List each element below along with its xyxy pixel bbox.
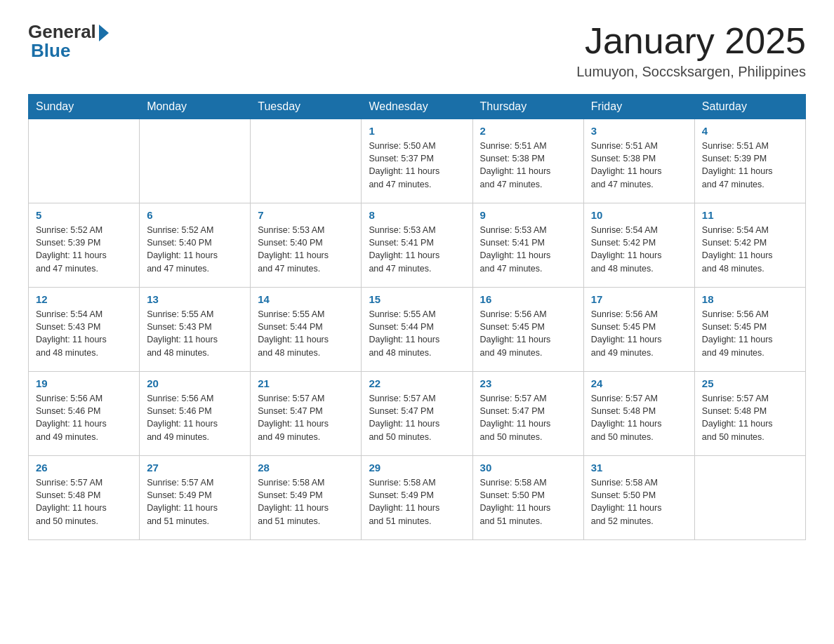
calendar-table: SundayMondayTuesdayWednesdayThursdayFrid… bbox=[28, 94, 806, 540]
day-info: Sunrise: 5:58 AMSunset: 5:50 PMDaylight:… bbox=[480, 476, 576, 528]
calendar-cell: 6Sunrise: 5:52 AMSunset: 5:40 PMDaylight… bbox=[140, 203, 251, 288]
day-number: 16 bbox=[480, 293, 576, 305]
day-number: 28 bbox=[258, 462, 354, 474]
day-number: 17 bbox=[591, 293, 687, 305]
calendar-cell: 2Sunrise: 5:51 AMSunset: 5:38 PMDaylight… bbox=[472, 119, 583, 203]
page-header: General Blue January 2025 Lumuyon, Soccs… bbox=[28, 21, 806, 80]
calendar-cell: 9Sunrise: 5:53 AMSunset: 5:41 PMDaylight… bbox=[472, 203, 583, 288]
day-info: Sunrise: 5:57 AMSunset: 5:48 PMDaylight:… bbox=[591, 392, 687, 443]
day-info: Sunrise: 5:58 AMSunset: 5:49 PMDaylight:… bbox=[258, 476, 354, 528]
day-info: Sunrise: 5:54 AMSunset: 5:43 PMDaylight:… bbox=[36, 308, 132, 359]
day-number: 4 bbox=[702, 125, 798, 137]
calendar-cell bbox=[694, 456, 805, 540]
calendar-cell bbox=[140, 119, 251, 203]
day-info: Sunrise: 5:56 AMSunset: 5:46 PMDaylight:… bbox=[36, 392, 132, 443]
calendar-cell: 14Sunrise: 5:55 AMSunset: 5:44 PMDayligh… bbox=[251, 288, 362, 372]
day-info: Sunrise: 5:56 AMSunset: 5:45 PMDaylight:… bbox=[480, 308, 576, 359]
day-number: 10 bbox=[591, 209, 687, 221]
calendar-cell: 27Sunrise: 5:57 AMSunset: 5:49 PMDayligh… bbox=[140, 456, 251, 540]
calendar-cell: 3Sunrise: 5:51 AMSunset: 5:38 PMDaylight… bbox=[583, 119, 694, 203]
title-block: January 2025 Lumuyon, Soccsksargen, Phil… bbox=[576, 21, 806, 80]
day-info: Sunrise: 5:53 AMSunset: 5:41 PMDaylight:… bbox=[480, 224, 576, 275]
week-row-4: 19Sunrise: 5:56 AMSunset: 5:46 PMDayligh… bbox=[29, 372, 806, 456]
day-info: Sunrise: 5:57 AMSunset: 5:47 PMDaylight:… bbox=[258, 392, 354, 443]
day-number: 9 bbox=[480, 209, 576, 221]
calendar-cell: 18Sunrise: 5:56 AMSunset: 5:45 PMDayligh… bbox=[694, 288, 805, 372]
calendar-cell: 21Sunrise: 5:57 AMSunset: 5:47 PMDayligh… bbox=[251, 372, 362, 456]
calendar-cell: 19Sunrise: 5:56 AMSunset: 5:46 PMDayligh… bbox=[29, 372, 140, 456]
day-number: 29 bbox=[369, 462, 465, 474]
day-info: Sunrise: 5:51 AMSunset: 5:38 PMDaylight:… bbox=[480, 140, 576, 191]
weekday-header-thursday: Thursday bbox=[472, 95, 583, 119]
calendar-cell: 1Sunrise: 5:50 AMSunset: 5:37 PMDaylight… bbox=[362, 119, 472, 203]
day-info: Sunrise: 5:55 AMSunset: 5:43 PMDaylight:… bbox=[147, 308, 243, 359]
day-number: 3 bbox=[591, 125, 687, 137]
day-info: Sunrise: 5:54 AMSunset: 5:42 PMDaylight:… bbox=[702, 224, 798, 275]
day-info: Sunrise: 5:57 AMSunset: 5:47 PMDaylight:… bbox=[480, 392, 576, 443]
day-number: 5 bbox=[36, 209, 132, 221]
day-number: 19 bbox=[36, 377, 132, 389]
day-number: 12 bbox=[36, 293, 132, 305]
day-info: Sunrise: 5:55 AMSunset: 5:44 PMDaylight:… bbox=[258, 308, 354, 359]
day-info: Sunrise: 5:56 AMSunset: 5:45 PMDaylight:… bbox=[702, 308, 798, 359]
calendar-cell bbox=[29, 119, 140, 203]
calendar-cell: 16Sunrise: 5:56 AMSunset: 5:45 PMDayligh… bbox=[472, 288, 583, 372]
calendar-cell: 8Sunrise: 5:53 AMSunset: 5:41 PMDaylight… bbox=[362, 203, 472, 288]
day-number: 22 bbox=[369, 377, 465, 389]
day-number: 14 bbox=[258, 293, 354, 305]
weekday-header-monday: Monday bbox=[140, 95, 251, 119]
day-info: Sunrise: 5:50 AMSunset: 5:37 PMDaylight:… bbox=[369, 140, 465, 191]
day-number: 8 bbox=[369, 209, 465, 221]
calendar-cell: 11Sunrise: 5:54 AMSunset: 5:42 PMDayligh… bbox=[694, 203, 805, 288]
weekday-header-row: SundayMondayTuesdayWednesdayThursdayFrid… bbox=[29, 95, 806, 119]
calendar-cell: 10Sunrise: 5:54 AMSunset: 5:42 PMDayligh… bbox=[583, 203, 694, 288]
day-number: 1 bbox=[369, 125, 465, 137]
calendar-cell: 5Sunrise: 5:52 AMSunset: 5:39 PMDaylight… bbox=[29, 203, 140, 288]
day-info: Sunrise: 5:57 AMSunset: 5:49 PMDaylight:… bbox=[147, 476, 243, 528]
weekday-header-tuesday: Tuesday bbox=[251, 95, 362, 119]
day-number: 27 bbox=[147, 462, 243, 474]
day-number: 15 bbox=[369, 293, 465, 305]
day-info: Sunrise: 5:54 AMSunset: 5:42 PMDaylight:… bbox=[591, 224, 687, 275]
day-number: 20 bbox=[147, 377, 243, 389]
day-number: 31 bbox=[591, 462, 687, 474]
day-number: 11 bbox=[702, 209, 798, 221]
logo: General Blue bbox=[28, 21, 109, 62]
day-info: Sunrise: 5:53 AMSunset: 5:40 PMDaylight:… bbox=[258, 224, 354, 275]
day-info: Sunrise: 5:57 AMSunset: 5:48 PMDaylight:… bbox=[702, 392, 798, 443]
week-row-5: 26Sunrise: 5:57 AMSunset: 5:48 PMDayligh… bbox=[29, 456, 806, 540]
calendar-cell: 4Sunrise: 5:51 AMSunset: 5:39 PMDaylight… bbox=[694, 119, 805, 203]
day-number: 23 bbox=[480, 377, 576, 389]
week-row-3: 12Sunrise: 5:54 AMSunset: 5:43 PMDayligh… bbox=[29, 288, 806, 372]
calendar-cell: 23Sunrise: 5:57 AMSunset: 5:47 PMDayligh… bbox=[472, 372, 583, 456]
weekday-header-wednesday: Wednesday bbox=[362, 95, 472, 119]
day-info: Sunrise: 5:58 AMSunset: 5:50 PMDaylight:… bbox=[591, 476, 687, 528]
day-info: Sunrise: 5:56 AMSunset: 5:46 PMDaylight:… bbox=[147, 392, 243, 443]
calendar-cell: 30Sunrise: 5:58 AMSunset: 5:50 PMDayligh… bbox=[472, 456, 583, 540]
logo-blue-text: Blue bbox=[28, 40, 70, 62]
day-info: Sunrise: 5:55 AMSunset: 5:44 PMDaylight:… bbox=[369, 308, 465, 359]
calendar-cell: 22Sunrise: 5:57 AMSunset: 5:47 PMDayligh… bbox=[362, 372, 472, 456]
weekday-header-saturday: Saturday bbox=[694, 95, 805, 119]
weekday-header-sunday: Sunday bbox=[29, 95, 140, 119]
calendar-cell: 25Sunrise: 5:57 AMSunset: 5:48 PMDayligh… bbox=[694, 372, 805, 456]
calendar-cell: 13Sunrise: 5:55 AMSunset: 5:43 PMDayligh… bbox=[140, 288, 251, 372]
calendar-cell: 20Sunrise: 5:56 AMSunset: 5:46 PMDayligh… bbox=[140, 372, 251, 456]
calendar-cell: 12Sunrise: 5:54 AMSunset: 5:43 PMDayligh… bbox=[29, 288, 140, 372]
calendar-cell: 26Sunrise: 5:57 AMSunset: 5:48 PMDayligh… bbox=[29, 456, 140, 540]
logo-arrow-icon bbox=[99, 25, 109, 41]
day-number: 18 bbox=[702, 293, 798, 305]
day-info: Sunrise: 5:58 AMSunset: 5:49 PMDaylight:… bbox=[369, 476, 465, 528]
calendar-cell bbox=[251, 119, 362, 203]
calendar-cell: 28Sunrise: 5:58 AMSunset: 5:49 PMDayligh… bbox=[251, 456, 362, 540]
day-info: Sunrise: 5:56 AMSunset: 5:45 PMDaylight:… bbox=[591, 308, 687, 359]
calendar-cell: 7Sunrise: 5:53 AMSunset: 5:40 PMDaylight… bbox=[251, 203, 362, 288]
day-number: 30 bbox=[480, 462, 576, 474]
week-row-1: 1Sunrise: 5:50 AMSunset: 5:37 PMDaylight… bbox=[29, 119, 806, 203]
calendar-cell: 15Sunrise: 5:55 AMSunset: 5:44 PMDayligh… bbox=[362, 288, 472, 372]
day-number: 24 bbox=[591, 377, 687, 389]
day-info: Sunrise: 5:53 AMSunset: 5:41 PMDaylight:… bbox=[369, 224, 465, 275]
day-info: Sunrise: 5:52 AMSunset: 5:40 PMDaylight:… bbox=[147, 224, 243, 275]
day-number: 7 bbox=[258, 209, 354, 221]
day-number: 26 bbox=[36, 462, 132, 474]
